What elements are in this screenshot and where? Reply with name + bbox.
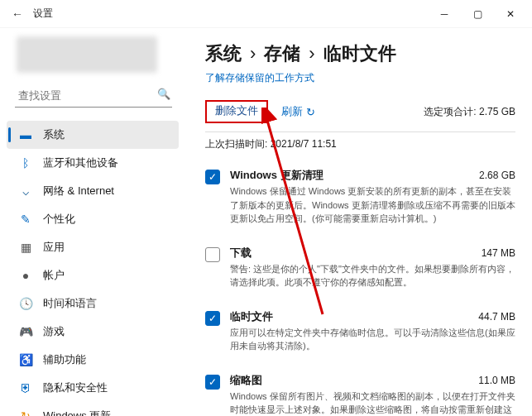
item-description: Windows 保留所有图片、视频和文档缩略图的副本，以便在打开文件夹时能快速显… (230, 390, 515, 417)
sidebar-item-privacy[interactable]: ⛨隐私和安全性 (7, 374, 179, 402)
game-icon: 🎮 (18, 325, 33, 338)
chevron-right-icon: › (250, 43, 256, 65)
crumb-system[interactable]: 系统 (205, 41, 242, 66)
refresh-button[interactable]: 刷新↻ (281, 104, 315, 119)
sidebar-item-apps[interactable]: ▦应用 (7, 233, 179, 261)
item-title: Windows 更新清理 (230, 168, 324, 183)
last-scan-time: 上次扫描时间: 2021/8/7 11:51 (205, 137, 515, 151)
sidebar: 🔍 ▬系统 ᛒ蓝牙和其他设备 ⌵网络 & Internet ✎个性化 ▦应用 ●… (0, 28, 184, 416)
list-item: ✓缩略图11.0 MBWindows 保留所有图片、视频和文档缩略图的副本，以便… (205, 365, 515, 417)
bluetooth-icon: ᛒ (18, 156, 33, 170)
sidebar-item-network[interactable]: ⌵网络 & Internet (7, 177, 179, 205)
minimize-button[interactable]: ─ (428, 0, 461, 28)
delete-files-button[interactable]: 删除文件 (205, 100, 268, 123)
search-input[interactable] (15, 84, 172, 108)
item-title: 缩略图 (230, 373, 262, 388)
learn-link[interactable]: 了解存储保留的工作方式 (205, 71, 314, 85)
item-size: 11.0 MB (478, 375, 515, 386)
item-title: 临时文件 (230, 309, 273, 324)
sidebar-item-time[interactable]: 🕓时间和语言 (7, 289, 179, 318)
sidebar-item-update[interactable]: ↻Windows 更新 (7, 402, 179, 416)
crumb-storage[interactable]: 存储 (264, 41, 300, 66)
chevron-right-icon: › (309, 43, 314, 65)
item-description: 警告: 这些是你的个人"下载"文件夹中的文件。如果想要删除所有内容，请选择此项。… (230, 262, 515, 289)
account-icon: ● (18, 269, 33, 282)
refresh-icon: ↻ (306, 106, 315, 118)
apps-icon: ▦ (18, 241, 33, 254)
sidebar-item-accounts[interactable]: ●帐户 (7, 261, 179, 289)
checkbox[interactable]: ✓ (205, 170, 220, 184)
list-item: ✓临时文件44.7 MB应用可以在特定文件夹中存储临时信息。可以手动清除这些信息… (205, 301, 515, 365)
checkbox[interactable] (205, 247, 220, 262)
window-title: 设置 (33, 7, 53, 21)
back-icon[interactable]: ← (12, 7, 30, 21)
main-content: 系统 › 存储 › 临时文件 了解存储保留的工作方式 删除文件 刷新↻ 选定项合… (184, 28, 532, 416)
breadcrumb: 系统 › 存储 › 临时文件 (205, 41, 515, 66)
accessibility-icon: ♿ (18, 353, 33, 366)
item-description: 应用可以在特定文件夹中存储临时信息。可以手动清除这些信息(如果应用未自动将其清除… (230, 326, 515, 353)
close-button[interactable]: ✕ (494, 0, 527, 28)
update-icon: ↻ (18, 409, 33, 416)
sidebar-item-system[interactable]: ▬系统 (7, 121, 179, 149)
item-description: Windows 保留通过 Windows 更新安装的所有更新的副本，甚至在安装了… (230, 184, 515, 226)
crumb-temp: 临时文件 (324, 41, 396, 66)
item-title: 下载 (230, 246, 252, 261)
search-icon: 🔍 (157, 88, 170, 100)
item-size: 44.7 MB (478, 311, 515, 323)
sidebar-item-accessibility[interactable]: ♿辅助功能 (7, 346, 179, 374)
sidebar-item-bluetooth[interactable]: ᛒ蓝牙和其他设备 (7, 149, 179, 177)
shield-icon: ⛨ (18, 381, 33, 394)
account-block (17, 36, 157, 73)
display-icon: ▬ (18, 128, 33, 141)
sidebar-item-personalize[interactable]: ✎个性化 (7, 205, 179, 233)
item-size: 147 MB (482, 247, 515, 259)
brush-icon: ✎ (18, 213, 33, 226)
selected-total: 选定项合计: 2.75 GB (424, 105, 515, 119)
sidebar-item-gaming[interactable]: 🎮游戏 (7, 318, 179, 346)
titlebar: ← 设置 ─ ▢ ✕ (0, 0, 532, 28)
item-size: 2.68 GB (479, 170, 515, 181)
list-item: 下载147 MB警告: 这些是你的个人"下载"文件夹中的文件。如果想要删除所有内… (205, 237, 515, 301)
clock-icon: 🕓 (18, 297, 33, 310)
checkbox[interactable]: ✓ (205, 311, 220, 326)
divider (205, 131, 515, 132)
maximize-button[interactable]: ▢ (461, 0, 494, 28)
list-item: ✓Windows 更新清理2.68 GBWindows 保留通过 Windows… (205, 160, 515, 237)
wifi-icon: ⌵ (18, 184, 33, 198)
checkbox[interactable]: ✓ (205, 375, 220, 390)
